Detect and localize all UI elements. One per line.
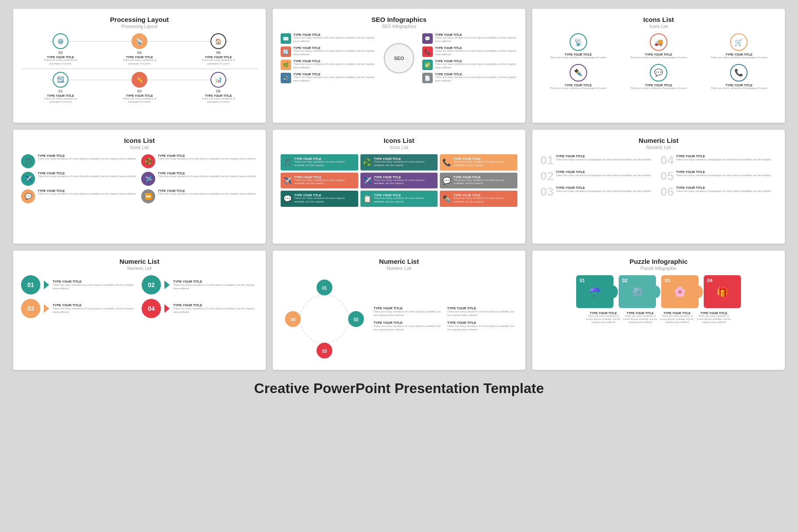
puzzle-label-4: TYPE YOUR TITLE There are many variation… <box>696 312 731 324</box>
paper-plane-icon: ✈️ <box>21 172 35 186</box>
svg-text:02: 02 <box>353 317 359 322</box>
circular-text-grid: TYPE YOUR TITLE There are many variation… <box>374 306 517 331</box>
umbrella-icon: ☂️ <box>589 286 601 298</box>
num-item-03: 03 TYPE YOUR TITLE There are many variat… <box>540 186 657 198</box>
slide2-title: SEO Infographics <box>281 16 517 23</box>
slide-icons4: Icons List Icons List 🎵 TYPE YOUR TITLE … <box>13 130 266 244</box>
numeric-4-content: 01 TYPE YOUR TITLE There are many variat… <box>21 275 258 318</box>
circ-desc-2: TYPE YOUR TITLE There are many variation… <box>447 306 517 317</box>
slide-processing: Processing Layout Processing Layout ⚙️ 0… <box>13 9 266 123</box>
seo-item-7: ✅ TYPE YOUR TITLE There are many variati… <box>422 60 517 70</box>
svg-text:01: 01 <box>322 286 327 291</box>
chat-icon: 💬 <box>650 64 667 82</box>
slide3-subtitle: Icons List <box>540 24 777 29</box>
seo-icon-6: 📞 <box>422 46 433 57</box>
num-item-02: 02 TYPE YOUR TITLE There are many variat… <box>540 170 657 182</box>
seo-item-3: 🌿 TYPE YOUR TITLE There are many variati… <box>281 60 376 70</box>
svg-text:03: 03 <box>322 349 327 354</box>
seo-icon-4: 🔊 <box>281 73 291 83</box>
puzzle-label-3: TYPE YOUR TITLE There are many variation… <box>659 312 695 324</box>
icons-cards-grid: 🎵 TYPE YOUR TITLE There are many variati… <box>281 154 517 207</box>
puzzle-pieces-row: 01 ☂️ 02 ⚙️ 03 🌸 <box>540 275 777 308</box>
slide-numeric6: Numeric List Numeric List 01 TYPE YOUR T… <box>532 130 785 244</box>
icon-item-1: 📡 TYPE YOUR TITLE There are many variati… <box>540 33 616 60</box>
card-7: 💬 TYPE YOUR TITLE There are many variati… <box>281 191 358 207</box>
circular-svg: 01 02 03 04 <box>281 275 368 363</box>
proc-num-06: 06 <box>216 50 221 55</box>
slide1-subtitle: Processing Layout <box>21 24 258 29</box>
card-1: 🎵 TYPE YOUR TITLE There are many variati… <box>281 154 358 170</box>
satellite-icon: 📡 <box>570 33 587 51</box>
icon-item-5: 💬 TYPE YOUR TITLE There are many variati… <box>620 64 696 90</box>
icon-item-6: 📞 TYPE YOUR TITLE There are many variati… <box>701 64 777 90</box>
puzzle-label-2: TYPE YOUR TITLE There are many variation… <box>623 312 658 324</box>
icons-list-2col-grid: 🎵 TYPE YOUR TITLE There are many variati… <box>21 154 258 203</box>
num4-item-3: 03 TYPE YOUR TITLE There are many variat… <box>21 299 137 318</box>
seo-icon-8: 📄 <box>422 73 433 83</box>
puzzle-02: 02 ⚙️ <box>619 275 656 308</box>
num-item-06: 06 TYPE YOUR TITLE There are many variat… <box>660 186 777 198</box>
card-5: ✈️ TYPE YOUR TITLE There are many variat… <box>360 173 438 189</box>
num-item-04: 04 TYPE YOUR TITLE There are many variat… <box>660 154 777 167</box>
circle-01: 01 <box>21 275 40 294</box>
num-item-01: 01 TYPE YOUR TITLE There are many variat… <box>540 154 657 167</box>
slide8-title: Numeric List <box>281 258 517 265</box>
circle-02: 02 <box>142 275 161 294</box>
card-9: ✒️ TYPE YOUR TITLE There are many variat… <box>440 191 517 207</box>
card-4: ✈️ TYPE YOUR TITLE There are many variat… <box>281 173 358 189</box>
card6-icon: 💬 <box>442 177 451 185</box>
slide-numeric8: Numeric List Numeric List 01 02 03 <box>273 251 525 370</box>
slide7-title: Numeric List <box>21 258 258 265</box>
card9-icon: ✒️ <box>442 195 451 203</box>
proc-num-03: 03 <box>137 89 142 93</box>
icon-item-3: 🛒 TYPE YOUR TITLE There are many variati… <box>701 33 777 60</box>
seo-item-6: 📞 TYPE YOUR TITLE There are many variati… <box>422 46 517 57</box>
puzzle-01: 01 ☂️ <box>576 275 613 308</box>
circ-desc-1: TYPE YOUR TITLE There are many variation… <box>374 306 444 317</box>
seo-left: ✉️ TYPE YOUR TITLE There are many variat… <box>281 33 376 83</box>
slide7-subtitle: Numeric List <box>21 266 258 271</box>
card1-icon: 🎵 <box>283 158 292 167</box>
seo-icon-7: ✅ <box>422 60 433 70</box>
forward-icon: ⏩ <box>141 189 155 203</box>
card-2: ♻️ TYPE YOUR TITLE There are many variat… <box>360 154 438 170</box>
settings-icon: ⚙️ <box>631 286 643 298</box>
slide-icons5: Icons List Icons List 🎵 TYPE YOUR TITLE … <box>273 130 525 244</box>
proc-num-01: 01 <box>58 89 63 93</box>
pen-icon: ✒️ <box>570 64 587 82</box>
music-icon: 🎵 <box>21 154 35 168</box>
icon-item-4: ✒️ TYPE YOUR TITLE There are many variat… <box>540 64 616 90</box>
card-8: 📋 TYPE YOUR TITLE There are many variati… <box>360 191 438 207</box>
card8-icon: 📋 <box>363 195 372 203</box>
card7-icon: 💬 <box>283 195 292 203</box>
slide4-subtitle: Icons List <box>21 145 258 150</box>
slide-icons3: Icons List Icons List 📡 TYPE YOUR TITLE … <box>532 9 785 123</box>
card3-icon: 📞 <box>442 158 451 167</box>
proc-num-02: 02 <box>58 50 63 55</box>
circle-03: 03 <box>21 299 40 318</box>
slide-puzzle: Puzzle Infographic Puzzle Infographic 01… <box>532 251 785 370</box>
proc-num-04: 04 <box>137 50 142 55</box>
seo-item-8: 📄 TYPE YOUR TITLE There are many variati… <box>422 73 517 83</box>
slide9-subtitle: Puzzle Infographic <box>540 266 777 271</box>
slide1-title: Processing Layout <box>21 16 258 23</box>
phone-icon: 📞 <box>730 64 748 82</box>
seo-logo: SEO <box>384 43 414 74</box>
processing-content: ⚙️ 02 TYPE YOUR TITLE There are many var… <box>21 33 258 104</box>
num-item-05: 05 TYPE YOUR TITLE There are many variat… <box>660 170 777 182</box>
slide8-subtitle: Numeric List <box>281 266 517 271</box>
puzzle-04: 04 🎁 <box>704 275 741 308</box>
seo-content: ✉️ TYPE YOUR TITLE There are many variat… <box>281 33 517 83</box>
card-6: 💬 TYPE YOUR TITLE There are many variati… <box>440 173 517 189</box>
seo-icon-2: 🔄 <box>281 46 291 57</box>
card-3: 📞 TYPE YOUR TITLE There are many variati… <box>440 154 517 170</box>
seo-icon-3: 🌿 <box>281 60 291 70</box>
gift-icon: 🎁 <box>716 286 728 298</box>
slide-numeric7: Numeric List Numeric List 01 TYPE YOUR T… <box>13 251 266 370</box>
slide5-title: Icons List <box>281 137 517 144</box>
proc-num-05: 05 <box>216 89 221 93</box>
arrow-03 <box>44 304 49 313</box>
card5-icon: ✈️ <box>363 177 372 185</box>
seo-right: 💬 TYPE YOUR TITLE There are many variati… <box>422 33 517 83</box>
puzzle-label-1: TYPE YOUR TITLE There are many variation… <box>586 312 621 324</box>
